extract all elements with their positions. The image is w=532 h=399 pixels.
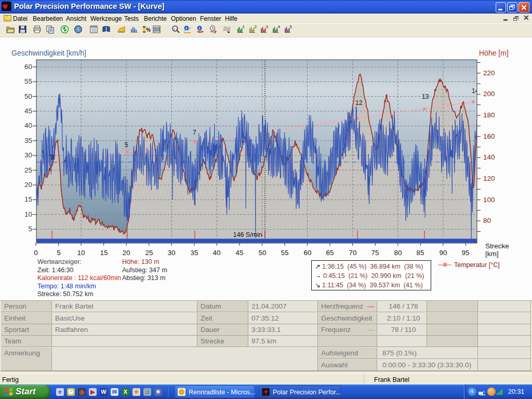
svg-text:5: 5 <box>125 141 128 149</box>
svg-text:12: 12 <box>355 99 363 107</box>
svg-text:146 S/min: 146 S/min <box>233 231 262 238</box>
svg-text:3: 3 <box>50 154 54 161</box>
svg-text:14: 14 <box>472 87 479 95</box>
svg-text:7: 7 <box>193 129 196 136</box>
svg-text:13: 13 <box>422 93 429 100</box>
